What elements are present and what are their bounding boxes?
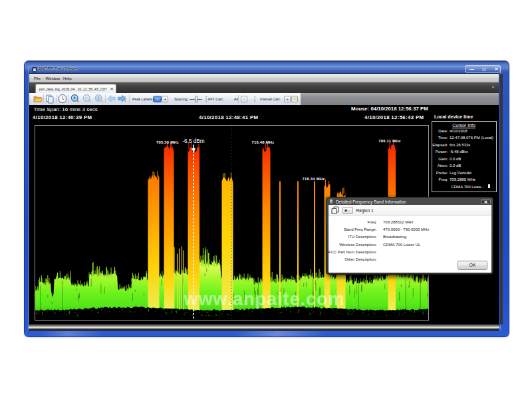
svg-text:705.50 MHz: 705.50 MHz: [156, 140, 179, 144]
svg-text:710.48 MHz: 710.48 MHz: [251, 140, 274, 144]
svg-text:-6.5 dBm: -6.5 dBm: [182, 138, 204, 144]
svg-text:716.34 MHz: 716.34 MHz: [302, 177, 325, 181]
svg-text:706.11 MHz: 706.11 MHz: [378, 139, 400, 143]
